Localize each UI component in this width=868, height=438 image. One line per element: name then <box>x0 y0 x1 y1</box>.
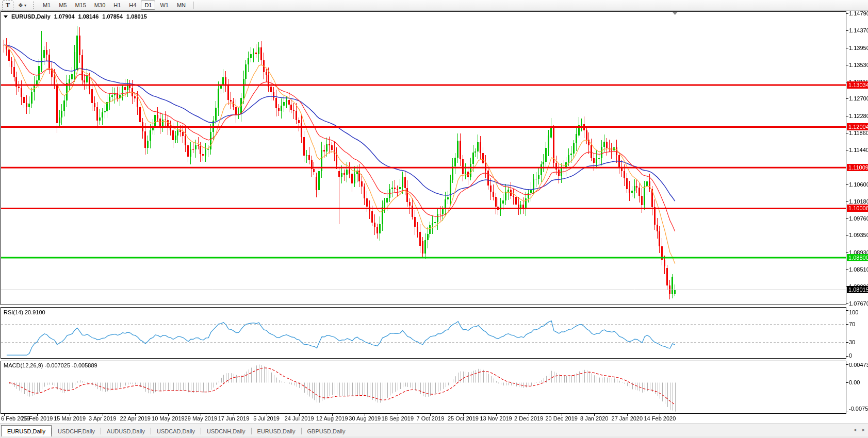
date-label: 13 Nov 2019 <box>480 415 512 422</box>
level-price-label: 1.13034 <box>847 81 868 89</box>
price-tick-label: 1.09350 <box>849 232 868 238</box>
date-label: 8 Jan 2020 <box>580 415 608 422</box>
toolbar-drag-handle[interactable] <box>33 2 36 9</box>
low-value: 1.07854 <box>102 13 123 20</box>
chart-tab-6[interactable]: GBPUSD,Daily <box>302 426 351 436</box>
macd-axis[interactable]: 0.0047380.00-0.007585 <box>846 361 868 414</box>
date-label: 5 Jul 2019 <box>253 415 280 422</box>
date-label: 18 Sep 2019 <box>382 415 414 422</box>
level-price-label: 1.12004 <box>847 123 868 130</box>
level-price-label: 1.10008 <box>847 205 868 212</box>
price-axis[interactable]: 1.147901.143701.139501.135301.131101.127… <box>846 11 868 305</box>
chart-tab-0[interactable]: EURUSD,Daily <box>1 425 52 436</box>
price-tick-label: 1.09760 <box>849 215 868 222</box>
date-label: 14 Feb 2020 <box>644 415 676 422</box>
macd-tick-label: 0.004738 <box>849 362 868 368</box>
level-price-label: 1.08800 <box>847 254 868 261</box>
timeframe-button-group: M1M5M15M30H1H4D1W1MN <box>39 1 190 10</box>
text-tool-button[interactable]: T <box>2 1 13 10</box>
date-label: 3 Apr 2019 <box>89 415 116 422</box>
date-label: 7 Oct 2019 <box>416 415 444 422</box>
toolbar-separator <box>193 2 194 9</box>
date-label: 22 Apr 2019 <box>120 415 151 422</box>
rsi-tick-label: 30 <box>849 339 855 345</box>
chart-tab-2[interactable]: AUDUSD,Daily <box>101 426 151 436</box>
timeframe-button-m15[interactable]: M15 <box>71 1 89 10</box>
timeframe-button-m30[interactable]: M30 <box>91 1 109 10</box>
mt4-window: T ❖ ▾ M1M5M15M30H1H4D1W1MN EURUSD,Daily … <box>0 0 868 438</box>
rsi-indicator-label: RSI(14) 20.9100 <box>4 309 45 315</box>
price-tick-label: 1.07670 <box>849 300 868 307</box>
ohlc-header: EURUSD,Daily 1.07904 1.08146 1.07854 1.0… <box>4 13 147 20</box>
date-label: 25 Oct 2019 <box>448 415 479 422</box>
timeframe-button-h1[interactable]: H1 <box>110 1 124 10</box>
collapse-ohlc-icon[interactable] <box>4 15 8 18</box>
chart-tab-4[interactable]: USDCNH,Daily <box>201 426 251 436</box>
price-tick-label: 1.10600 <box>849 181 868 188</box>
chevron-down-icon: ▾ <box>24 3 26 8</box>
toolbar: T ❖ ▾ M1M5M15M30H1H4D1W1MN <box>0 0 868 11</box>
date-label: 2 Dec 2019 <box>514 415 543 422</box>
date-label: 27 Jan 2020 <box>612 415 643 422</box>
date-label: 25 Feb 2019 <box>21 415 53 422</box>
price-tick-label: 1.14790 <box>849 10 868 16</box>
timeframe-button-h4[interactable]: H4 <box>125 1 140 10</box>
tab-row: EURUSD,DailyUSDCHF,DailyAUDUSD,DailyUSDC… <box>0 425 351 436</box>
tab-scroll-left-button[interactable]: ◂ <box>854 427 856 432</box>
timeframe-button-mn[interactable]: MN <box>173 1 189 10</box>
price-tick-label: 1.12700 <box>849 95 868 102</box>
level-price-label: 1.11009 <box>847 164 868 171</box>
price-tick-label: 1.12280 <box>849 113 868 119</box>
high-value: 1.08146 <box>78 13 99 20</box>
objects-tool-button[interactable]: ❖ ▾ <box>14 1 30 10</box>
main-chart-canvas[interactable] <box>0 0 868 438</box>
date-label: 30 Aug 2019 <box>349 415 381 422</box>
rsi-tick-label: 70 <box>849 321 855 327</box>
open-value: 1.07904 <box>54 13 75 20</box>
macd-tick-label: -0.007585 <box>849 406 868 412</box>
symbol-label: EURUSD,Daily <box>11 13 51 20</box>
time-axis[interactable]: 6 Feb 201925 Feb 201915 Mar 20193 Apr 20… <box>0 414 846 423</box>
price-tick-label: 1.14370 <box>849 27 868 33</box>
date-label: 12 Aug 2019 <box>316 415 348 422</box>
rsi-axis[interactable]: 10070300 <box>846 307 868 359</box>
chart-tab-1[interactable]: USDCHF,Daily <box>52 426 101 436</box>
rsi-tick-label: 0 <box>849 352 852 359</box>
price-tick-label: 1.13530 <box>849 62 868 68</box>
close-value: 1.08015 <box>126 13 147 20</box>
timeframe-button-m1[interactable]: M1 <box>39 1 54 10</box>
objects-icon: ❖ <box>18 2 23 9</box>
date-label: 17 Jun 2019 <box>218 415 250 422</box>
tab-scroll-right-button[interactable]: ▸ <box>862 427 865 432</box>
date-label: 15 Mar 2019 <box>54 415 86 422</box>
timeframe-button-m5[interactable]: M5 <box>55 1 70 10</box>
price-tick-label: 1.08510 <box>849 266 868 273</box>
price-tick-label: 1.10180 <box>849 198 868 205</box>
bid-price-label: 1.08015 <box>847 286 868 293</box>
date-label: 24 Jul 2019 <box>285 415 314 422</box>
date-label: 29 May 2019 <box>185 415 218 422</box>
chart-tab-5[interactable]: EURUSD,Daily <box>252 426 301 436</box>
date-label: 20 Dec 2019 <box>545 415 577 422</box>
macd-indicator-label: MACD(12,26,9) -0.007025 -0.005889 <box>4 362 97 368</box>
macd-tick-label: 0.00 <box>849 379 860 385</box>
price-tick-label: 1.13950 <box>849 45 868 51</box>
price-tick-label: 1.11860 <box>849 130 868 136</box>
chart-tab-3[interactable]: USDCAD,Daily <box>151 426 201 436</box>
chart-tab-bar: EURUSD,DailyUSDCHF,DailyAUDUSD,DailyUSDC… <box>0 424 868 436</box>
price-tick-label: 1.11440 <box>849 147 868 153</box>
timeframe-button-w1[interactable]: W1 <box>156 1 172 10</box>
date-label: 10 May 2019 <box>152 415 185 422</box>
timeframe-button-d1[interactable]: D1 <box>141 1 155 10</box>
rsi-tick-label: 100 <box>849 309 858 315</box>
